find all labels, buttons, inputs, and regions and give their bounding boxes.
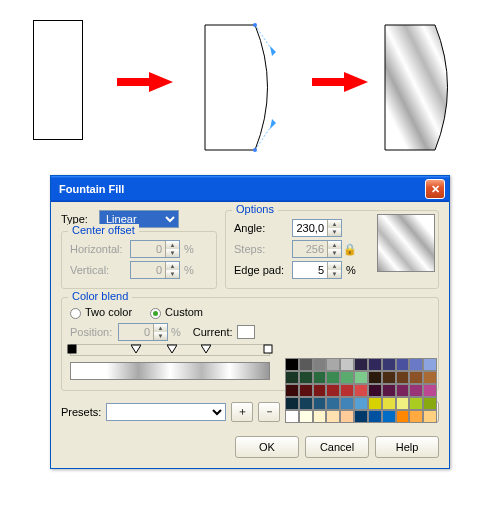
palette-color[interactable] — [396, 410, 410, 423]
palette-color[interactable] — [299, 384, 313, 397]
angle-spinner[interactable]: ▲▼ — [292, 219, 342, 237]
palette-color[interactable] — [409, 371, 423, 384]
palette-color[interactable] — [313, 358, 327, 371]
svg-marker-5 — [270, 46, 276, 56]
palette-color[interactable] — [396, 397, 410, 410]
svg-rect-8 — [68, 345, 76, 353]
unit-label: % — [184, 264, 194, 276]
palette-color[interactable] — [299, 358, 313, 371]
gradient-stop-marker[interactable] — [67, 344, 77, 354]
gradient-stop-marker[interactable] — [131, 344, 141, 354]
center-offset-group: Center offset Horizontal: ▲▼ % Vertical:… — [61, 231, 217, 289]
palette-color[interactable] — [368, 358, 382, 371]
palette-color[interactable] — [382, 371, 396, 384]
palette-color[interactable] — [326, 410, 340, 423]
palette-color[interactable] — [354, 410, 368, 423]
unit-label: % — [184, 243, 194, 255]
gradient-stop-marker[interactable] — [201, 344, 211, 354]
palette-color[interactable] — [368, 410, 382, 423]
custom-radio[interactable]: Custom — [150, 306, 203, 319]
help-button[interactable]: Help — [375, 436, 439, 458]
palette-color[interactable] — [423, 358, 437, 371]
gradient-marker-track[interactable] — [70, 344, 270, 356]
arrow-icon — [115, 72, 175, 92]
palette-color[interactable] — [340, 358, 354, 371]
palette-color[interactable] — [313, 384, 327, 397]
preset-remove-button[interactable]: － — [258, 402, 280, 422]
presets-select[interactable] — [106, 403, 226, 421]
plus-icon: ＋ — [237, 404, 248, 419]
group-title: Center offset — [68, 224, 139, 236]
palette-color[interactable] — [285, 397, 299, 410]
current-color-swatch[interactable] — [237, 325, 255, 339]
close-button[interactable]: ✕ — [425, 179, 445, 199]
svg-marker-11 — [201, 345, 211, 353]
lock-icon[interactable]: 🔒 — [342, 243, 358, 256]
palette-color[interactable] — [409, 358, 423, 371]
palette-color[interactable] — [313, 371, 327, 384]
group-title: Color blend — [68, 290, 132, 302]
steps-label: Steps: — [234, 243, 292, 255]
palette-color[interactable] — [299, 410, 313, 423]
palette-color[interactable] — [409, 397, 423, 410]
palette-color[interactable] — [423, 384, 437, 397]
palette-color[interactable] — [340, 410, 354, 423]
palette-color[interactable] — [313, 397, 327, 410]
palette-color[interactable] — [354, 397, 368, 410]
close-icon: ✕ — [431, 183, 440, 196]
palette-color[interactable] — [409, 384, 423, 397]
edge-pad-label: Edge pad: — [234, 264, 292, 276]
svg-rect-12 — [264, 345, 272, 353]
svg-marker-0 — [117, 72, 173, 92]
palette-color[interactable] — [340, 384, 354, 397]
titlebar[interactable]: Fountain Fill ✕ — [51, 176, 449, 202]
palette-color[interactable] — [285, 371, 299, 384]
palette-color[interactable] — [299, 397, 313, 410]
group-title: Options — [232, 203, 278, 215]
preset-add-button[interactable]: ＋ — [231, 402, 253, 422]
gradient-stop-marker[interactable] — [263, 344, 273, 354]
current-label: Current: — [193, 326, 233, 338]
palette-color[interactable] — [423, 410, 437, 423]
fountain-fill-dialog: Fountain Fill ✕ Type: Linear Center offs… — [50, 175, 450, 469]
palette-color[interactable] — [354, 371, 368, 384]
vertical-spinner: ▲▼ — [130, 261, 180, 279]
palette-color[interactable] — [423, 371, 437, 384]
svg-marker-7 — [312, 72, 368, 92]
palette-color[interactable] — [326, 358, 340, 371]
palette-color[interactable] — [340, 397, 354, 410]
palette-color[interactable] — [396, 358, 410, 371]
dialog-footer: OK Cancel Help — [61, 426, 439, 458]
presets-label: Presets: — [61, 406, 101, 418]
palette-color[interactable] — [354, 358, 368, 371]
palette-color[interactable] — [299, 371, 313, 384]
two-color-radio[interactable]: Two color — [70, 306, 132, 319]
palette-color[interactable] — [396, 371, 410, 384]
palette-color[interactable] — [285, 410, 299, 423]
palette-color[interactable] — [340, 371, 354, 384]
palette-color[interactable] — [285, 384, 299, 397]
dialog-title: Fountain Fill — [55, 183, 425, 195]
palette-color[interactable] — [326, 397, 340, 410]
svg-marker-6 — [270, 119, 276, 129]
cancel-button[interactable]: Cancel — [305, 436, 369, 458]
palette-color[interactable] — [368, 371, 382, 384]
gradient-stop-marker[interactable] — [167, 344, 177, 354]
palette-color[interactable] — [313, 410, 327, 423]
palette-color[interactable] — [382, 384, 396, 397]
palette-color[interactable] — [326, 384, 340, 397]
palette-color[interactable] — [368, 397, 382, 410]
palette-color[interactable] — [382, 397, 396, 410]
edge-pad-spinner[interactable]: ▲▼ — [292, 261, 342, 279]
palette-color[interactable] — [396, 384, 410, 397]
palette-color[interactable] — [354, 384, 368, 397]
palette-color[interactable] — [326, 371, 340, 384]
palette-color[interactable] — [368, 384, 382, 397]
palette-color[interactable] — [382, 410, 396, 423]
ok-button[interactable]: OK — [235, 436, 299, 458]
palette-color[interactable] — [382, 358, 396, 371]
unit-label: % — [171, 326, 181, 338]
palette-color[interactable] — [285, 358, 299, 371]
palette-color[interactable] — [423, 397, 437, 410]
palette-color[interactable] — [409, 410, 423, 423]
